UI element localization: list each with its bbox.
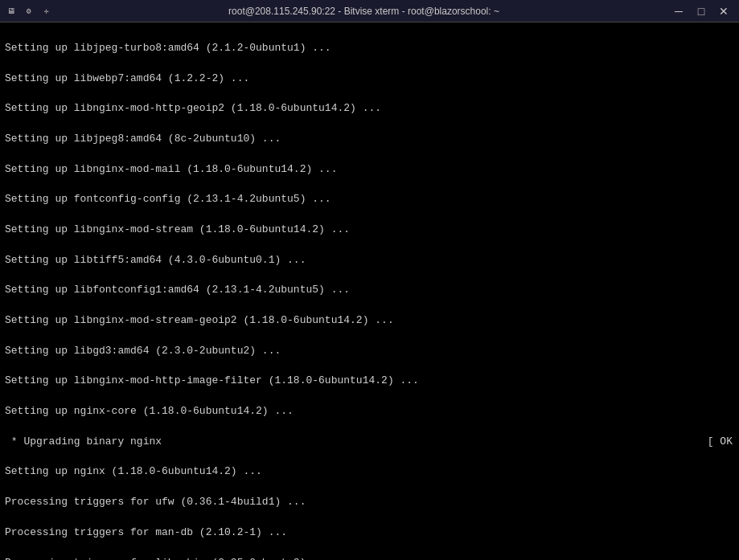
terminal-line: Setting up nginx (1.18.0-6ubuntu14.2) ..… <box>5 464 734 480</box>
terminal-line: Setting up libnginx-mod-http-geoip2 (1.1… <box>5 101 734 116</box>
ok-label: [ OK ] <box>708 435 739 448</box>
terminal-line: Setting up libgd3:amd64 (2.3.0-2ubuntu2)… <box>5 344 734 359</box>
terminal-line: Setting up libnginx-mod-stream (1.18.0-6… <box>5 223 734 238</box>
terminal-line: Processing triggers for man-db (2.10.2-1… <box>5 525 734 541</box>
close-button[interactable]: ✕ <box>713 2 734 20</box>
app-icon-1: 🖥 <box>5 5 18 18</box>
terminal-line: Setting up nginx-core (1.18.0-6ubuntu14.… <box>5 404 734 419</box>
terminal-line: Setting up libnginx-mod-http-image-filte… <box>5 374 734 389</box>
window-title: root@208.115.245.90:22 - Bitvise xterm -… <box>60 6 668 17</box>
terminal-line: Processing triggers for libc-bin (2.35-0… <box>5 556 734 560</box>
minimize-button[interactable]: ─ <box>668 2 689 20</box>
terminal-line: Setting up fontconfig-config (2.13.1-4.2… <box>5 192 734 207</box>
window-controls: ─ □ ✕ <box>668 2 734 20</box>
terminal-line: Setting up libjpeg8:amd64 (8c-2ubuntu10)… <box>5 132 734 147</box>
app-icon-3: ✛ <box>40 5 53 18</box>
terminal-line: Setting up libfontconfig1:amd64 (2.13.1-… <box>5 283 734 298</box>
title-bar: 🖥 ⚙ ✛ root@208.115.245.90:22 - Bitvise x… <box>0 0 739 22</box>
title-bar-icons: 🖥 ⚙ ✛ <box>5 5 53 18</box>
terminal-line: Setting up libnginx-mod-mail (1.18.0-6ub… <box>5 162 734 178</box>
terminal-area[interactable]: Setting up libjpeg-turbo8:amd64 (2.1.2-0… <box>0 22 739 560</box>
terminal-line: Setting up libjpeg-turbo8:amd64 (2.1.2-0… <box>5 41 734 56</box>
terminal-line: Processing triggers for ufw (0.36.1-4bui… <box>5 495 734 510</box>
app-icon-2: ⚙ <box>23 5 35 18</box>
maximize-button[interactable]: □ <box>691 2 712 20</box>
terminal-line: Setting up libwebp7:amd64 (1.2.2-2) ... <box>5 72 734 87</box>
nginx-upgrade-line: * Upgrading binary nginx [ OK ] <box>5 435 734 450</box>
terminal-line: Setting up libnginx-mod-stream-geoip2 (1… <box>5 313 734 329</box>
terminal-line: Setting up libtiff5:amd64 (4.3.0-6ubuntu… <box>5 253 734 268</box>
